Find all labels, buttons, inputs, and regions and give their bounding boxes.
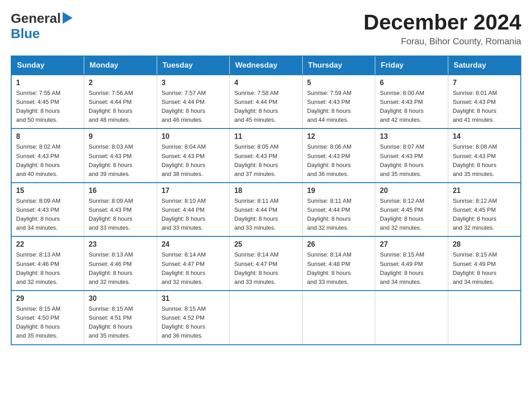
logo-blue-text: Blue — [11, 26, 40, 41]
calendar-day-cell: 15Sunrise: 8:09 AMSunset: 4:43 PMDayligh… — [11, 183, 84, 237]
day-number: 31 — [162, 295, 225, 303]
calendar-day-cell: 31Sunrise: 8:15 AMSunset: 4:52 PMDayligh… — [157, 291, 230, 345]
calendar-day-cell — [375, 291, 448, 345]
calendar-day-cell — [302, 291, 375, 345]
location: Forau, Bihor County, Romania — [364, 36, 521, 47]
day-of-week-header: Wednesday — [230, 56, 303, 75]
day-info: Sunrise: 8:14 AMSunset: 4:47 PMDaylight:… — [234, 250, 298, 287]
day-info: Sunrise: 8:08 AMSunset: 4:43 PMDaylight:… — [453, 142, 516, 179]
logo-general-text: General — [11, 11, 61, 26]
day-number: 9 — [89, 133, 152, 141]
day-number: 24 — [162, 240, 225, 248]
calendar-week-row: 29Sunrise: 8:15 AMSunset: 4:50 PMDayligh… — [11, 291, 521, 345]
day-info: Sunrise: 8:07 AMSunset: 4:43 PMDaylight:… — [380, 142, 443, 179]
calendar-day-cell: 8Sunrise: 8:02 AMSunset: 4:43 PMDaylight… — [11, 128, 84, 183]
day-number: 28 — [453, 240, 516, 248]
day-number: 17 — [162, 187, 225, 195]
day-info: Sunrise: 8:11 AMSunset: 4:44 PMDaylight:… — [234, 197, 298, 233]
day-number: 11 — [234, 133, 298, 141]
day-of-week-header: Saturday — [448, 56, 521, 75]
calendar-day-cell: 6Sunrise: 8:00 AMSunset: 4:43 PMDaylight… — [375, 75, 448, 129]
day-info: Sunrise: 8:09 AMSunset: 4:43 PMDaylight:… — [16, 197, 79, 233]
day-info: Sunrise: 8:09 AMSunset: 4:43 PMDaylight:… — [89, 197, 152, 233]
day-of-week-header: Thursday — [302, 56, 375, 75]
day-info: Sunrise: 8:14 AMSunset: 4:48 PMDaylight:… — [307, 250, 371, 287]
day-number: 1 — [16, 79, 79, 87]
day-number: 15 — [16, 187, 79, 195]
day-info: Sunrise: 8:13 AMSunset: 4:46 PMDaylight:… — [16, 250, 79, 287]
svg-marker-0 — [63, 12, 73, 24]
calendar-table: SundayMondayTuesdayWednesdayThursdayFrid… — [11, 56, 521, 345]
calendar-day-cell — [230, 291, 303, 345]
day-of-week-header: Friday — [375, 56, 448, 75]
day-number: 12 — [307, 133, 371, 141]
day-of-week-header: Monday — [84, 56, 157, 75]
day-number: 30 — [89, 295, 152, 303]
calendar-day-cell: 20Sunrise: 8:12 AMSunset: 4:45 PMDayligh… — [375, 183, 448, 237]
month-title: December 2024 — [364, 11, 521, 34]
day-number: 18 — [234, 187, 298, 195]
page-header: General Blue December 2024 Forau, Bihor … — [11, 11, 521, 47]
calendar-day-cell: 19Sunrise: 8:11 AMSunset: 4:44 PMDayligh… — [302, 183, 375, 237]
day-info: Sunrise: 8:04 AMSunset: 4:43 PMDaylight:… — [162, 142, 225, 179]
day-info: Sunrise: 7:59 AMSunset: 4:43 PMDaylight:… — [307, 89, 371, 125]
day-number: 13 — [380, 133, 443, 141]
day-number: 6 — [380, 79, 443, 87]
day-number: 19 — [307, 187, 371, 195]
calendar-day-cell: 26Sunrise: 8:14 AMSunset: 4:48 PMDayligh… — [302, 236, 375, 291]
calendar-day-cell: 7Sunrise: 8:01 AMSunset: 4:43 PMDaylight… — [448, 75, 521, 129]
day-info: Sunrise: 8:11 AMSunset: 4:44 PMDaylight:… — [307, 197, 371, 233]
day-number: 14 — [453, 133, 516, 141]
calendar-day-cell: 22Sunrise: 8:13 AMSunset: 4:46 PMDayligh… — [11, 236, 84, 291]
calendar-day-cell — [448, 291, 521, 345]
day-info: Sunrise: 8:01 AMSunset: 4:43 PMDaylight:… — [453, 89, 516, 125]
day-info: Sunrise: 8:05 AMSunset: 4:43 PMDaylight:… — [234, 142, 298, 179]
calendar-day-cell: 23Sunrise: 8:13 AMSunset: 4:46 PMDayligh… — [84, 236, 157, 291]
logo: General Blue — [11, 11, 73, 41]
day-number: 4 — [234, 79, 298, 87]
day-info: Sunrise: 8:10 AMSunset: 4:44 PMDaylight:… — [162, 197, 225, 233]
calendar-day-cell: 25Sunrise: 8:14 AMSunset: 4:47 PMDayligh… — [230, 236, 303, 291]
calendar-day-cell: 16Sunrise: 8:09 AMSunset: 4:43 PMDayligh… — [84, 183, 157, 237]
calendar-day-cell: 13Sunrise: 8:07 AMSunset: 4:43 PMDayligh… — [375, 128, 448, 183]
title-block: December 2024 Forau, Bihor County, Roman… — [364, 11, 521, 47]
calendar-day-cell: 3Sunrise: 7:57 AMSunset: 4:44 PMDaylight… — [157, 75, 230, 129]
day-number: 5 — [307, 79, 371, 87]
day-number: 7 — [453, 79, 516, 87]
calendar-day-cell: 27Sunrise: 8:15 AMSunset: 4:49 PMDayligh… — [375, 236, 448, 291]
calendar-day-cell: 2Sunrise: 7:56 AMSunset: 4:44 PMDaylight… — [84, 75, 157, 129]
day-info: Sunrise: 8:00 AMSunset: 4:43 PMDaylight:… — [380, 89, 443, 125]
calendar-day-cell: 12Sunrise: 8:06 AMSunset: 4:43 PMDayligh… — [302, 128, 375, 183]
day-info: Sunrise: 8:03 AMSunset: 4:43 PMDaylight:… — [89, 142, 152, 179]
day-of-week-header: Sunday — [11, 56, 84, 75]
calendar-day-cell: 1Sunrise: 7:55 AMSunset: 4:45 PMDaylight… — [11, 75, 84, 129]
day-info: Sunrise: 8:15 AMSunset: 4:52 PMDaylight:… — [162, 304, 225, 341]
day-info: Sunrise: 8:15 AMSunset: 4:51 PMDaylight:… — [89, 304, 152, 341]
day-number: 16 — [89, 187, 152, 195]
calendar-day-cell: 11Sunrise: 8:05 AMSunset: 4:43 PMDayligh… — [230, 128, 303, 183]
day-number: 25 — [234, 240, 298, 248]
calendar-day-cell: 18Sunrise: 8:11 AMSunset: 4:44 PMDayligh… — [230, 183, 303, 237]
day-info: Sunrise: 8:12 AMSunset: 4:45 PMDaylight:… — [380, 197, 443, 233]
calendar-day-cell: 17Sunrise: 8:10 AMSunset: 4:44 PMDayligh… — [157, 183, 230, 237]
calendar-day-cell: 29Sunrise: 8:15 AMSunset: 4:50 PMDayligh… — [11, 291, 84, 345]
day-info: Sunrise: 8:15 AMSunset: 4:50 PMDaylight:… — [16, 304, 79, 341]
calendar-body: 1Sunrise: 7:55 AMSunset: 4:45 PMDaylight… — [11, 75, 521, 345]
day-number: 26 — [307, 240, 371, 248]
day-number: 22 — [16, 240, 79, 248]
calendar-day-cell: 30Sunrise: 8:15 AMSunset: 4:51 PMDayligh… — [84, 291, 157, 345]
day-info: Sunrise: 8:13 AMSunset: 4:46 PMDaylight:… — [89, 250, 152, 287]
day-number: 29 — [16, 295, 79, 303]
day-info: Sunrise: 8:15 AMSunset: 4:49 PMDaylight:… — [453, 250, 516, 287]
day-number: 21 — [453, 187, 516, 195]
calendar-day-cell: 24Sunrise: 8:14 AMSunset: 4:47 PMDayligh… — [157, 236, 230, 291]
calendar-week-row: 15Sunrise: 8:09 AMSunset: 4:43 PMDayligh… — [11, 183, 521, 237]
logo-arrow-icon — [63, 12, 73, 26]
day-number: 27 — [380, 240, 443, 248]
calendar-day-cell: 4Sunrise: 7:58 AMSunset: 4:44 PMDaylight… — [230, 75, 303, 129]
day-number: 20 — [380, 187, 443, 195]
day-number: 10 — [162, 133, 225, 141]
day-info: Sunrise: 8:14 AMSunset: 4:47 PMDaylight:… — [162, 250, 225, 287]
day-number: 3 — [162, 79, 225, 87]
day-info: Sunrise: 8:12 AMSunset: 4:45 PMDaylight:… — [453, 197, 516, 233]
